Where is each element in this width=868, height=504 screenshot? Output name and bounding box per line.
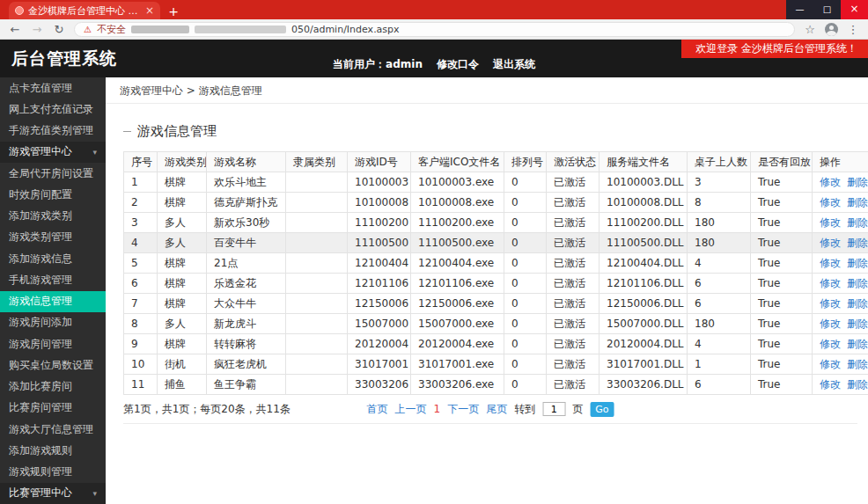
edit-link[interactable]: 修改 (820, 176, 841, 188)
tab-close-icon[interactable]: × (145, 4, 154, 17)
sidebar-item[interactable]: 比赛房间管理 (0, 398, 106, 419)
edit-link[interactable]: 修改 (820, 216, 841, 229)
table-body: 1棋牌欢乐斗地主1010000310100003.exe0已激活10100003… (124, 172, 868, 395)
bookmark-star-icon[interactable]: ☆ (803, 23, 817, 36)
table-cell: 12150006 (348, 294, 411, 314)
address-bar[interactable]: ⚠ 不安全 050/admin/Index.aspx (74, 22, 795, 37)
delete-link[interactable]: 删除 (847, 338, 868, 350)
goto-suffix: 页 (572, 402, 583, 417)
edit-link[interactable]: 修改 (820, 237, 841, 249)
table-cell: 大众牛牛 (207, 294, 286, 314)
table-row: 6棋牌乐透金花1210110612101106.exe0已激活12101106.… (124, 274, 868, 294)
edit-link[interactable]: 修改 (820, 277, 841, 289)
delete-link[interactable]: 删除 (847, 358, 868, 370)
row-actions: 修改删除 (813, 334, 868, 354)
sidebar-item[interactable]: 全局代开房间设置 (0, 163, 106, 184)
security-warning-label: 不安全 (97, 23, 126, 36)
edit-link[interactable]: 修改 (820, 196, 841, 208)
sidebar-item[interactable]: 添加比赛房间 (0, 376, 106, 398)
edit-link[interactable]: 修改 (820, 257, 841, 269)
pagination-first[interactable]: 首页 (367, 402, 388, 417)
sidebar-item[interactable]: 游戏类别管理 (0, 227, 106, 248)
delete-link[interactable]: 删除 (847, 277, 868, 289)
go-button[interactable]: Go (590, 402, 614, 417)
table-cell: 20120004.exe (411, 334, 504, 354)
sidebar-item-label: 手游充值类别管理 (9, 123, 93, 138)
table-row: 1棋牌欢乐斗地主1010000310100003.exe0已激活10100003… (124, 172, 868, 193)
table-cell: 转转麻将 (207, 334, 286, 354)
table-cell: 多人 (158, 314, 207, 334)
delete-link[interactable]: 删除 (847, 237, 868, 249)
window-maximize-button[interactable]: □ (813, 0, 841, 19)
edit-link[interactable]: 修改 (820, 297, 841, 310)
sidebar-item[interactable]: 游戏管理中心▾ (0, 142, 106, 163)
sidebar-item[interactable]: 游戏信息管理 (0, 291, 106, 312)
sidebar-item[interactable]: 网上支付充值记录 (0, 99, 106, 120)
menu-dots-icon[interactable]: ⋮ (846, 23, 860, 36)
sidebar-item[interactable]: 时效房间配置 (0, 184, 106, 205)
table-cell: 已激活 (547, 213, 600, 233)
table-cell (286, 375, 348, 395)
welcome-banner: 欢迎登录 金沙棋牌后台管理系统！ (681, 40, 868, 58)
sidebar-item[interactable]: 添加游戏信息 (0, 248, 106, 269)
column-header: 客户端ICO文件名 (411, 152, 504, 172)
sidebar: 点卡充值管理网上支付充值记录手游充值类别管理游戏管理中心▾全局代开房间设置时效房… (0, 77, 106, 504)
window-close-button[interactable]: × (841, 0, 868, 19)
sidebar-item[interactable]: 游戏规则管理 (0, 462, 106, 483)
edit-link[interactable]: 修改 (820, 378, 841, 391)
delete-link[interactable]: 删除 (847, 297, 868, 310)
profile-icon[interactable] (825, 23, 838, 36)
window-controls: — □ × (786, 0, 868, 19)
table-cell (286, 314, 348, 334)
table-cell: 7 (124, 294, 158, 314)
table-cell: 11100200 (348, 213, 411, 233)
sidebar-item[interactable]: 游戏大厅信息管理 (0, 419, 106, 440)
reload-icon[interactable]: ↻ (52, 23, 66, 36)
row-actions: 修改删除 (813, 233, 868, 253)
delete-link[interactable]: 删除 (847, 196, 868, 208)
new-tab-button[interactable]: + (164, 4, 183, 19)
table-cell: 0 (504, 314, 547, 334)
sidebar-item[interactable]: 添加游戏规则 (0, 440, 106, 461)
pagination-prev[interactable]: 上一页 (395, 402, 427, 417)
delete-link[interactable]: 删除 (847, 176, 868, 188)
sidebar-item[interactable]: 游戏房间添加 (0, 312, 106, 333)
sidebar-item[interactable]: 点卡充值管理 (0, 77, 106, 99)
table-cell: True (751, 375, 813, 395)
pagination-controls: 首页 上一页 1 下一页 尾页 转到 页 Go (367, 402, 614, 417)
delete-link[interactable]: 删除 (847, 378, 868, 391)
row-actions: 修改删除 (813, 193, 868, 213)
table-cell: 已激活 (547, 253, 600, 274)
table-cell: 3 (124, 213, 158, 233)
column-header: 序号 (124, 152, 158, 172)
sidebar-item[interactable]: 手游充值类别管理 (0, 121, 106, 142)
sidebar-item[interactable]: 添加游戏类别 (0, 206, 106, 227)
table-cell: 6 (124, 274, 158, 294)
table-cell: 6 (688, 274, 751, 294)
delete-link[interactable]: 删除 (847, 257, 868, 269)
url-text: 050/admin/Index.aspx (291, 24, 400, 35)
logout-link[interactable]: 退出系统 (493, 57, 535, 72)
window-minimize-button[interactable]: — (786, 0, 813, 19)
table-cell (286, 213, 348, 233)
sidebar-item[interactable]: 购买桌位局数设置 (0, 354, 106, 376)
browser-tab[interactable]: 金沙棋牌后台管理中心 v3.0 × (9, 2, 160, 19)
sidebar-item[interactable]: 手机游戏管理 (0, 269, 106, 290)
goto-page-input[interactable] (542, 402, 565, 416)
user-bar: 当前用户：admin 修改口令 退出系统 (333, 57, 535, 72)
table-row: 9棋牌转转麻将2012000420120004.exe0已激活20120004.… (124, 334, 868, 354)
forward-icon[interactable]: → (30, 23, 44, 36)
pagination-last[interactable]: 尾页 (486, 402, 507, 417)
sidebar-item[interactable]: 游戏房间管理 (0, 333, 106, 354)
back-icon[interactable]: ← (8, 23, 22, 36)
sidebar-item[interactable]: 比赛管理中心▾ (0, 483, 106, 504)
edit-link[interactable]: 修改 (820, 338, 841, 350)
edit-link[interactable]: 修改 (820, 318, 841, 330)
delete-link[interactable]: 删除 (847, 318, 868, 330)
pagination-next[interactable]: 下一页 (447, 402, 479, 417)
table-cell: 21点 (207, 253, 286, 274)
edit-link[interactable]: 修改 (820, 358, 841, 370)
table-cell: True (751, 294, 813, 314)
change-password-link[interactable]: 修改口令 (437, 57, 479, 72)
delete-link[interactable]: 删除 (847, 216, 868, 229)
